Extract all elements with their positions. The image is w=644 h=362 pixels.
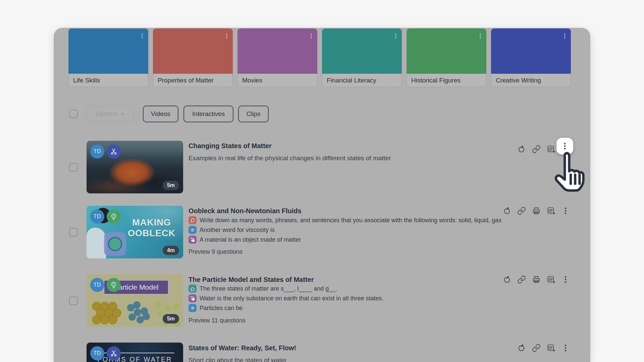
print-button[interactable] [532, 206, 541, 215]
copy-link-button[interactable] [517, 206, 526, 215]
copy-link-button[interactable] [532, 145, 541, 154]
folder-card-financial-literacy[interactable]: Financial Literacy [322, 28, 402, 87]
scissors-icon [110, 349, 118, 357]
open-ended-question-icon [189, 216, 197, 224]
link-icon [517, 206, 526, 215]
folder-card-creative-writing[interactable]: Creative Writing [491, 28, 571, 87]
video-thumbnail[interactable]: TD 5m [87, 141, 183, 193]
folder-card-properties-of-matter[interactable]: Properties of Matter [153, 28, 233, 87]
print-button[interactable] [532, 275, 541, 284]
lightbulb-question-icon [110, 281, 118, 289]
thumbnail-art [104, 232, 126, 256]
drag-drop-question-icon [189, 236, 197, 244]
drag-drop-question-icon [189, 294, 197, 302]
apple-icon [503, 206, 512, 215]
owner-avatar-badge: TD [90, 209, 104, 224]
gradebook-apple-button[interactable] [503, 275, 512, 284]
add-to-list-button[interactable] [547, 275, 555, 284]
select-video-checkbox[interactable] [69, 296, 78, 305]
duration-badge: 5m [163, 181, 179, 190]
filter-interactives-button[interactable]: Interactives [183, 106, 233, 122]
folder-more-options-icon[interactable] [139, 32, 146, 40]
question-text: Water is the only substance on earth tha… [200, 295, 384, 302]
video-thumbnail[interactable]: MAKING OOBLECK TD 4m [87, 206, 183, 258]
apple-icon [503, 275, 512, 284]
folder-title: Financial Literacy [322, 74, 402, 87]
select-all-checkbox[interactable] [69, 110, 78, 118]
video-title[interactable]: The Particle Model and States of Matter [189, 275, 314, 284]
video-description: Short clip about the states of water [189, 356, 287, 362]
folder-cover [407, 28, 486, 74]
video-row: MAKING OOBLECK TD 4m Oobleck and Non-New… [54, 206, 590, 259]
gradebook-apple-button[interactable] [517, 344, 526, 352]
video-row: Particle Model [54, 274, 590, 328]
folder-card-life-skills[interactable]: Life Skills [68, 28, 148, 87]
printer-icon [532, 275, 541, 284]
folder-cover [322, 28, 402, 74]
kebab-menu-icon [561, 344, 570, 352]
folders-row: Life Skills Properties of Matter Movies … [68, 28, 571, 87]
question-text: Write down as many words, phrases, and s… [200, 217, 501, 224]
filter-divider [139, 107, 139, 121]
chevron-down-icon: ▾ [121, 110, 124, 118]
more-options-button[interactable] [561, 275, 570, 284]
folder-more-options-icon[interactable] [308, 32, 315, 40]
gradebook-apple-button[interactable] [503, 206, 512, 215]
apple-icon [517, 344, 526, 352]
add-to-list-button[interactable] [547, 206, 555, 215]
interactive-badge [107, 209, 121, 224]
add-to-list-button[interactable] [547, 344, 555, 352]
folder-more-options-icon[interactable] [392, 32, 399, 40]
folder-cover [153, 28, 233, 74]
folder-title: Creative Writing [491, 74, 571, 87]
video-thumbnail[interactable]: Particle Model [87, 274, 183, 327]
link-icon [517, 275, 526, 284]
select-video-checkbox[interactable] [69, 228, 78, 237]
folder-title: Life Skills [68, 74, 148, 87]
add-to-list-button[interactable] [547, 145, 555, 154]
add-to-list-icon [547, 206, 555, 215]
duration-badge: 5m [163, 314, 179, 323]
thumbnail-art [87, 228, 106, 258]
preview-questions-link[interactable]: Preview 11 questions [189, 317, 246, 324]
copy-link-button[interactable] [517, 275, 526, 284]
options-label: Options [96, 110, 117, 118]
filter-clips-button[interactable]: Clips [238, 106, 269, 122]
folder-card-movies[interactable]: Movies [237, 28, 317, 87]
video-title[interactable]: Oobleck and Non-Newtonian Fluids [189, 206, 302, 216]
filter-videos-button[interactable]: Videos [143, 106, 178, 122]
add-to-list-icon [547, 145, 555, 154]
folder-more-options-icon[interactable] [561, 32, 568, 40]
copy-link-button[interactable] [532, 344, 541, 352]
kebab-menu-icon [560, 142, 569, 150]
puzzle-question-icon [189, 285, 197, 293]
add-to-list-icon [547, 275, 555, 284]
more-options-button[interactable] [561, 344, 570, 352]
video-thumbnail[interactable]: FORMS OF WATER TD [87, 343, 183, 362]
folder-card-historical-figures[interactable]: Historical Figures [407, 28, 486, 87]
content-panel-dimmed: Life Skills Properties of Matter Movies … [54, 28, 590, 362]
owner-avatar-badge: TD [90, 346, 104, 360]
question-text: The three states of matter are s___, l__… [200, 285, 337, 292]
video-row: FORMS OF WATER TD States of Water: Ready… [54, 343, 590, 362]
kebab-menu-icon [561, 275, 570, 284]
preview-questions-link[interactable]: Preview 9 questions [189, 248, 243, 255]
more-options-button-spotlight[interactable] [556, 138, 573, 155]
question-text: Particles can be [200, 305, 243, 312]
video-title[interactable]: Changing States of Matter [189, 141, 272, 150]
folder-more-options-icon[interactable] [477, 32, 484, 40]
duration-badge: 4m [163, 246, 179, 255]
gradebook-apple-button[interactable] [517, 145, 526, 154]
video-title[interactable]: States of Water: Ready, Set, Flow! [189, 343, 296, 353]
clip-badge [107, 144, 121, 159]
clip-badge [107, 346, 121, 360]
add-to-list-icon [547, 344, 555, 352]
folder-more-options-icon[interactable] [223, 32, 230, 40]
select-video-checkbox[interactable] [69, 163, 78, 172]
folder-cover [491, 28, 571, 74]
page-background: Life Skills Properties of Matter Movies … [0, 0, 644, 362]
more-options-button[interactable] [561, 206, 570, 215]
printer-icon [532, 206, 541, 215]
options-dropdown-button[interactable]: Options ▾ [86, 106, 134, 122]
thumbnail-text: MAKING OOBLECK [125, 217, 178, 239]
